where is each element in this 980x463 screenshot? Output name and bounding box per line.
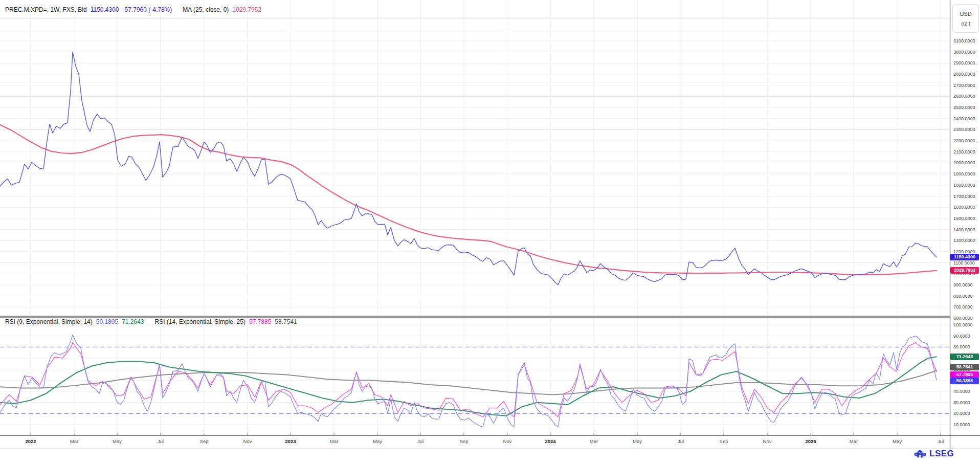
rsi-axis-tick-label: 40.0000 [953,389,970,394]
rsi-axis-tick-label: 30.0000 [953,400,970,405]
chart-window: PREC.M.XPD=, 1W, FXS, Bid 1150.4300 -57.… [0,0,980,463]
price-axis-tick-label: 1300.0000 [953,238,975,243]
ma-value-badge: 1029.7952 [950,267,979,274]
rsi-14--line[interactable] [0,343,937,417]
rsi9-ma-badge: 71.2643 [950,354,979,360]
last-price-badge: 1150.4300 [950,254,979,260]
price-axis-tick-label: 2700.0000 [953,83,975,88]
pane-separator-handle[interactable] [0,316,950,318]
rsi14-badge: 57.7885 [950,371,979,378]
price-axis-tick-label: 800.0000 [953,294,973,299]
price-axis-tick-label: 2000.0000 [953,160,975,165]
rsi14-ma-value: 58.7541 [275,318,297,325]
time-axis-label: Mar [590,438,598,444]
time-axis-label: 2023 [285,438,296,444]
time-axis-label: May [893,438,902,444]
time-axis[interactable] [0,436,980,448]
rsi9-value: 50.1895 [96,318,118,325]
time-axis-label: Sep [200,438,209,444]
rsi9-ma-value: 71.2643 [122,318,144,325]
time-axis-label: 2025 [805,438,816,444]
price-axis-tick-label: 2400.0000 [953,116,975,121]
rsi-axis-tick-label: 10.0000 [953,422,970,427]
time-axis-label: Nov [503,438,512,444]
price-axis-tick-label: 1100.0000 [953,260,975,266]
time-axis-label: Mar [70,438,78,444]
price-axis-tick-label: 2500.0000 [953,105,975,110]
ma-indicator-label: MA (25, close, 0) [183,6,229,13]
rsi-axis-tick-label: 90.0000 [953,334,970,339]
lseg-crest-icon [914,448,927,459]
price-axis-tick-label: 2100.0000 [953,149,975,155]
price-axis-tick-label: 2900.0000 [953,60,975,65]
time-axis-label: Jul [938,438,944,444]
last-price-value: 1150.4300 [91,6,119,13]
axis-unit-measure: oz t [961,20,970,27]
time-axis-label: Jul [678,438,684,444]
rsi-axis-tick-label: 80.0000 [953,344,970,349]
time-axis-label: May [633,438,642,444]
price-axis-tick-label: 2600.0000 [953,94,975,99]
price-axis-tick-label: 600.0000 [953,316,973,321]
price-axis-tick-label: 2300.0000 [953,127,975,132]
price-axis-tick-label: 700.0000 [953,304,973,310]
rsi-9--line[interactable] [0,335,937,427]
prec-m-xpd-bid-line[interactable] [0,52,937,285]
time-axis-label: Sep [460,438,469,444]
time-axis-label: May [373,438,382,444]
time-axis-label: 2022 [25,438,36,444]
rsi-14-ma-25--line[interactable] [0,370,937,394]
axis-unit-currency: USD [960,11,971,17]
rsi9-badge: 50.1895 [950,378,979,384]
price-axis-tick-label: 1400.0000 [953,227,975,232]
price-axis-tick-label: 900.0000 [953,282,973,288]
rsi-legend-row[interactable]: RSI (9, Exponential, Simple, 14) 50.1895… [5,318,301,325]
rsi9-indicator-label: RSI (9, Exponential, Simple, 14) [5,318,93,325]
instrument-title: PREC.M.XPD=, 1W, FXS, Bid [5,6,87,13]
rsi14-indicator-label: RSI (14, Exponential, Simple, 25) [155,318,246,325]
rsi-axis-tick-label: 100.0000 [953,322,973,327]
time-axis-label: May [113,438,122,444]
rsi14-ma-badge: 58.7541 [950,364,979,370]
price-axis-tick-label: 2200.0000 [953,138,975,143]
lseg-logo: LSEG [914,448,954,459]
time-axis-label: Nov [243,438,252,444]
price-axis-tick-label: 1900.0000 [953,171,975,177]
time-axis-label: Nov [763,438,772,444]
price-axis-tick-label: 1500.0000 [953,216,975,221]
chart-canvas[interactable] [0,0,980,463]
price-axis-tick-label: 1800.0000 [953,183,975,188]
time-axis-label: Sep [720,438,728,444]
price-axis-tick-label: 1700.0000 [953,194,975,199]
time-axis-label: Mar [850,438,858,444]
lseg-logo-text: LSEG [929,449,954,459]
rsi14-value: 57.7885 [249,318,271,325]
price-axis-tick-label: 1600.0000 [953,205,975,210]
price-axis-tick-label: 3100.0000 [953,38,975,43]
time-axis-label: Mar [330,438,338,444]
rsi-axis-tick-label: 20.0000 [953,411,970,416]
rsi-9-ma-14--line[interactable] [0,357,937,415]
price-change-value: -57.7960 (-4.78%) [123,6,172,13]
price-legend-row[interactable]: PREC.M.XPD=, 1W, FXS, Bid 1150.4300 -57.… [5,6,265,13]
axis-unit-box: USD oz t [952,4,979,33]
price-axis-tick-label: 2800.0000 [953,72,975,77]
price-axis-tick-label: 3000.0000 [953,50,975,55]
ma-indicator-value: 1029.7952 [232,6,261,13]
time-axis-label: Jul [158,438,164,444]
time-axis-label: 2024 [545,438,555,444]
time-axis-label: Jul [417,438,424,444]
